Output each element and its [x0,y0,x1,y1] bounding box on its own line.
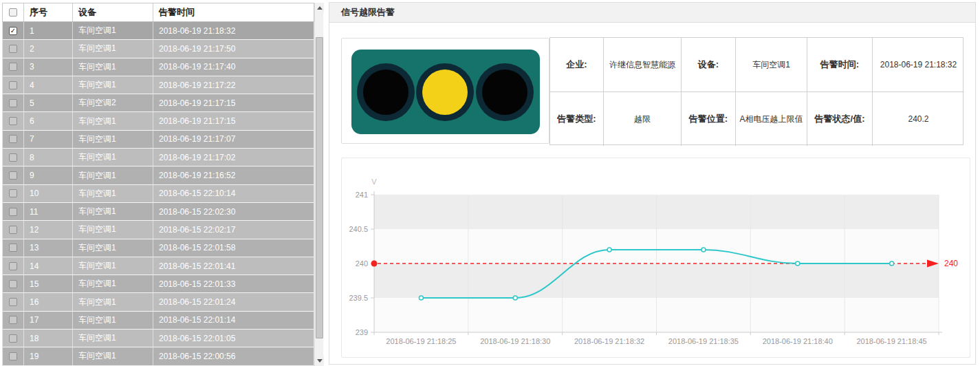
y-axis-ticks: 239239.5240240.5241 [349,191,374,336]
traffic-light-ring-left [357,63,415,121]
table-row[interactable]: 2车间空调12018-06-19 21:17:50 [3,40,314,58]
traffic-light-ring-right [476,63,534,121]
row-checkbox-cell [3,131,24,148]
row-checkbox[interactable] [9,81,17,89]
alarm-time-value: 2018-06-19 21:18:32 [873,38,964,92]
select-all-checkbox[interactable] [9,8,17,17]
row-checkbox-cell [3,347,24,365]
lamp-middle [422,69,468,115]
voltage-trend-chart: 239239.5240240.52412018-06-19 21:18:2520… [342,158,970,357]
data-point [701,248,706,252]
svg-text:240.5: 240.5 [349,225,368,233]
table-row[interactable]: 5车间空调22018-06-19 21:17:15 [3,94,314,112]
panel-header: 信号越限告警 [329,3,975,23]
table-row[interactable]: 19车间空调12018-06-15 22:00:56 [3,347,314,365]
scrollbar-thumb[interactable] [316,37,323,338]
table-row[interactable]: 16车间空调12018-06-15 22:01:24 [3,293,314,311]
column-header-no: 序号 [24,3,73,21]
row-checkbox-cell [3,76,24,94]
row-checkbox[interactable] [9,63,17,71]
scroll-up-button[interactable] [315,3,324,13]
row-device: 车间空调1 [73,185,153,202]
column-header-time: 告警时间 [153,3,314,21]
row-checkbox[interactable] [9,45,17,53]
threshold-value-label: 240 [944,259,958,268]
row-checkbox[interactable] [9,171,17,180]
row-checkbox[interactable] [9,117,17,125]
row-time: 2018-06-19 21:17:02 [153,149,314,166]
row-no: 2 [24,40,73,57]
row-time: 2018-06-19 21:17:40 [153,58,314,76]
row-checkbox-cell [3,40,24,57]
svg-text:240: 240 [356,259,368,268]
table-row[interactable]: 17车间空调12018-06-15 22:01:14 [3,312,314,330]
row-checkbox[interactable] [9,280,17,288]
row-no: 4 [24,76,73,94]
row-device: 车间空调1 [73,347,153,365]
row-checkbox[interactable] [9,316,17,324]
row-no: 3 [24,58,73,76]
table-row[interactable]: 9车间空调12018-06-19 21:16:52 [3,166,314,184]
table-row[interactable]: 11车间空调12018-06-15 22:02:30 [3,203,314,221]
table-row[interactable]: 4车间空调12018-06-19 21:17:22 [3,76,314,94]
table-row[interactable]: 10车间空调12018-06-15 22:10:14 [3,185,314,203]
data-point [796,261,800,266]
row-time: 2018-06-15 22:01:33 [153,275,314,292]
row-checkbox-cell [3,203,24,220]
device-value: 车间空调1 [736,38,807,92]
table-row[interactable]: 14车间空调12018-06-15 22:01:41 [3,257,314,275]
row-device: 车间空调1 [73,58,153,76]
row-time: 2018-06-19 21:17:22 [153,76,314,94]
row-checkbox[interactable] [9,99,17,107]
row-checkbox[interactable] [9,27,17,35]
arrow-down-icon [317,359,323,363]
row-checkbox[interactable] [9,352,17,360]
row-checkbox[interactable] [9,135,17,143]
row-checkbox[interactable] [9,334,17,343]
row-device: 车间空调1 [73,149,153,166]
row-time: 2018-06-19 21:17:15 [153,112,314,129]
table-row[interactable]: 8车间空调12018-06-19 21:17:02 [3,149,314,166]
table-row[interactable]: 3车间空调12018-06-19 21:17:40 [3,58,314,76]
traffic-light-ring-middle [416,63,474,121]
row-no: 10 [24,185,73,202]
row-device: 车间空调1 [73,221,153,238]
row-checkbox-cell [3,330,24,347]
row-device: 车间空调1 [73,166,153,184]
svg-text:2018-06-19 21:18:25: 2018-06-19 21:18:25 [386,337,456,345]
row-checkbox[interactable] [9,153,17,162]
table-row[interactable]: 7车间空调12018-06-19 21:17:07 [3,131,314,149]
table-row[interactable]: 12车间空调12018-06-15 22:02:17 [3,221,314,239]
table-row[interactable]: 18车间空调12018-06-15 22:01:05 [3,330,314,347]
row-no: 7 [24,131,73,148]
row-time: 2018-06-19 21:17:15 [153,94,314,111]
row-checkbox[interactable] [9,189,17,197]
row-device: 车间空调1 [73,330,153,347]
row-time: 2018-06-15 22:01:41 [153,257,314,274]
select-all-cell [3,3,24,21]
enterprise-value: 许继信息智慧能源 [604,38,682,92]
table-scrollbar[interactable] [314,3,323,366]
row-device: 车间空调1 [73,76,153,94]
table-row[interactable]: 6车间空调12018-06-19 21:17:15 [3,112,314,130]
row-checkbox-cell [3,239,24,257]
signal-alarm-panel: 信号越限告警 企业: 许继信息智慧能源 设备: 车间空调1 告警时间: 2018… [329,2,976,365]
row-device: 车间空调1 [73,40,153,57]
row-time: 2018-06-19 21:16:52 [153,166,314,184]
table-row[interactable]: 15车间空调12018-06-15 22:01:33 [3,275,314,293]
scroll-down-button[interactable] [315,356,324,366]
row-checkbox[interactable] [9,262,17,270]
row-time: 2018-06-15 22:10:14 [153,185,314,202]
table-row[interactable]: 13车间空调12018-06-15 22:01:58 [3,239,314,257]
arrow-up-icon [317,6,323,10]
row-device: 车间空调1 [73,257,153,274]
row-checkbox[interactable] [9,208,17,216]
row-checkbox[interactable] [9,298,17,306]
row-no: 14 [24,257,73,274]
row-checkbox[interactable] [9,244,17,252]
device-label: 设备: [682,38,736,92]
table-row[interactable]: 1车间空调12018-06-19 21:18:32 [3,22,314,40]
row-checkbox[interactable] [9,226,17,234]
alarm-indicator-card [341,38,549,144]
row-time: 2018-06-15 22:02:17 [153,221,314,238]
